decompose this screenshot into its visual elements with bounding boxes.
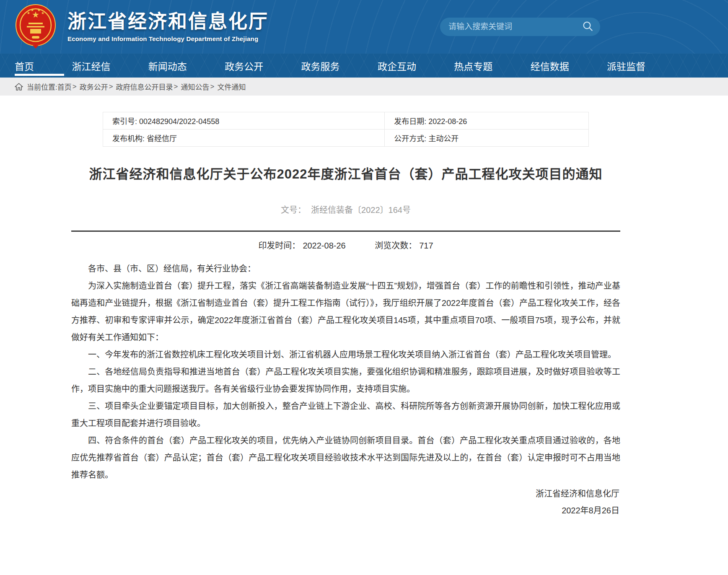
breadcrumb-separator: > bbox=[210, 83, 215, 91]
svg-text:★: ★ bbox=[31, 8, 34, 12]
nav-item-jingxin-data[interactable]: 经信数据 bbox=[531, 54, 569, 78]
site-header: ★ ★ ★ ★ ★ 浙江省经济和信息化厅 Economy and Informa… bbox=[0, 0, 728, 54]
breadcrumb-prefix: 当前位置: bbox=[27, 81, 57, 92]
meta-cell-publish-org: 发布机构:省经信厅 bbox=[103, 130, 385, 147]
document-title: 浙江省经济和信息化厅关于公布2022年度浙江省首台（套）产品工程化攻关项目的通知 bbox=[71, 163, 620, 182]
paragraph-item-4: 四、符合条件的首台（套）产品工程化攻关的项目，优先纳入产业链协同创新项目目录。首… bbox=[71, 432, 620, 484]
print-info-line: 印发时间：2022-08-26 浏览次数：717 bbox=[71, 239, 620, 251]
nav-item-dispatch-supervision[interactable]: 派驻监督 bbox=[607, 54, 645, 78]
svg-text:★: ★ bbox=[37, 8, 41, 12]
breadcrumb-item-gov-disclosure[interactable]: 政务公开 bbox=[80, 81, 108, 92]
nav-item-zhejiang-jingxin[interactable]: 浙江经信 bbox=[72, 54, 110, 78]
search-icon bbox=[582, 21, 593, 33]
signature-org: 浙江省经济和信息化厅 bbox=[71, 485, 619, 502]
document-page: 索引号:002482904/2022-04558 发布日期:2022-08-26… bbox=[71, 96, 620, 569]
breadcrumb-item-notices[interactable]: 通知公告 bbox=[181, 81, 210, 92]
breadcrumb: 当前位置: 首页 > 政务公开 > 政府信息公开目录 > 通知公告 > 文件通知 bbox=[0, 78, 728, 96]
document-meta-table: 索引号:002482904/2022-04558 发布日期:2022-08-26… bbox=[103, 112, 589, 147]
breadcrumb-item-file-notice[interactable]: 文件通知 bbox=[217, 81, 246, 92]
meta-row: 发布机构:省经信厅 公开方式:主动公开 bbox=[103, 130, 589, 147]
search-button[interactable] bbox=[582, 21, 593, 33]
paragraph-item-2: 二、各地经信局负责指导和推进当地首台（套）产品工程化攻关项目实施，要强化组织协调… bbox=[71, 363, 620, 398]
site-title: 浙江省经济和信息化厅 bbox=[67, 11, 269, 32]
view-count: 浏览次数：717 bbox=[375, 241, 433, 250]
site-logo-link[interactable]: ★ ★ ★ ★ ★ bbox=[15, 3, 57, 50]
document-number-line: 文号：浙经信装备〔2022〕164号 bbox=[71, 203, 620, 215]
salutation: 各市、县（市、区）经信局，有关行业协会： bbox=[71, 260, 620, 277]
paragraph-item-3: 三、项目牵头企业要锚定项目目标，加大创新投入，整合产业链上下游企业、高校、科研院… bbox=[71, 398, 620, 432]
home-icon bbox=[15, 83, 23, 91]
breadcrumb-item-info-catalog[interactable]: 政府信息公开目录 bbox=[116, 81, 173, 92]
nav-item-hot-topics[interactable]: 热点专题 bbox=[454, 54, 492, 78]
document-body: 各市、县（市、区）经信局，有关行业协会： 为深入实施制造业首台（套）提升工程，落… bbox=[71, 260, 620, 484]
nav-item-news[interactable]: 新闻动态 bbox=[148, 54, 187, 78]
paragraph-item-1: 一、今年发布的浙江省数控机床工程化攻关项目计划、浙江省机器人应用场景工程化攻关项… bbox=[71, 346, 620, 363]
breadcrumb-separator: > bbox=[174, 83, 178, 91]
meta-cell-index-number: 索引号:002482904/2022-04558 bbox=[103, 112, 385, 130]
national-emblem-icon: ★ ★ ★ ★ ★ bbox=[15, 3, 57, 50]
signature-block: 浙江省经济和信息化厅 2022年8月26日 bbox=[71, 485, 620, 519]
site-subtitle: Economy and Information Technology Depar… bbox=[67, 35, 269, 42]
main-nav: 首页 浙江经信 新闻动态 政务公开 政务服务 政企互动 热点专题 经信数据 派驻… bbox=[0, 54, 728, 78]
paragraph-intro: 为深入实施制造业首台（套）提升工程，落实《浙江省高端装备制造业发展“十四五”规划… bbox=[71, 277, 620, 346]
nav-item-home[interactable]: 首页 bbox=[15, 54, 34, 78]
print-time: 印发时间：2022-08-26 bbox=[258, 241, 348, 250]
search-input[interactable] bbox=[448, 22, 582, 31]
breadcrumb-separator: > bbox=[109, 83, 113, 91]
title-separator bbox=[71, 231, 620, 232]
meta-cell-disclosure-method: 公开方式:主动公开 bbox=[385, 130, 589, 147]
site-title-block: 浙江省经济和信息化厅 Economy and Information Techn… bbox=[67, 11, 269, 42]
meta-row: 索引号:002482904/2022-04558 发布日期:2022-08-26 bbox=[103, 112, 589, 130]
breadcrumb-separator: > bbox=[73, 83, 77, 91]
nav-item-gov-disclosure[interactable]: 政务公开 bbox=[225, 54, 263, 78]
document-number-label: 文号： bbox=[281, 205, 306, 215]
breadcrumb-item-home[interactable]: 首页 bbox=[57, 81, 72, 92]
nav-item-gov-services[interactable]: 政务服务 bbox=[301, 54, 340, 78]
meta-cell-publish-date: 发布日期:2022-08-26 bbox=[385, 112, 589, 130]
nav-item-gov-enterprise[interactable]: 政企互动 bbox=[378, 54, 416, 78]
signature-date: 2022年8月26日 bbox=[71, 502, 619, 519]
search-box bbox=[440, 18, 600, 36]
svg-text:★: ★ bbox=[41, 11, 44, 15]
svg-text:★: ★ bbox=[27, 11, 30, 15]
document-number-value: 浙经信装备〔2022〕164号 bbox=[311, 205, 411, 215]
